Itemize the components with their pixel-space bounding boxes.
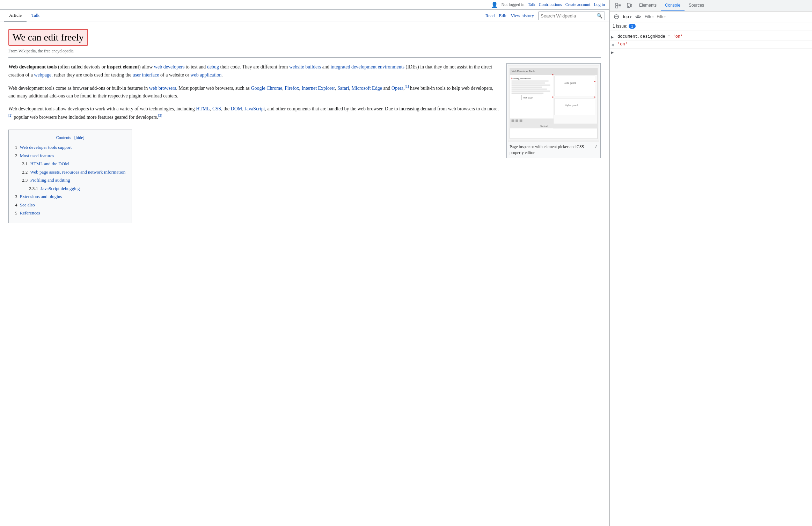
console-prompt-row[interactable]: ▶ (610, 49, 812, 56)
web-browsers-link[interactable]: web browsers (149, 86, 176, 91)
ref-1-link[interactable]: [1] (405, 85, 409, 88)
svg-text:Web-page: Web-page (523, 96, 533, 99)
read-link[interactable]: Read (485, 13, 495, 19)
webpage-link[interactable]: webpage (34, 72, 51, 78)
console-tab[interactable]: Console (661, 0, 685, 11)
svg-text:*: * (552, 96, 554, 100)
article-text: Web development tools (often called devt… (8, 63, 499, 223)
page-title-box: We can edit freely (8, 29, 88, 46)
article-tab[interactable]: Article (4, 10, 27, 22)
firefox-link[interactable]: Firefox (285, 86, 299, 91)
svg-text:Viewing Documents: Viewing Documents (512, 77, 531, 80)
contents-link-5[interactable]: References (20, 210, 40, 215)
edge-link[interactable]: Microsoft Edge (351, 86, 382, 91)
eye-icon[interactable] (634, 13, 642, 21)
return-arrow-icon: ◀ (611, 42, 616, 47)
image-caption: ⤢ Page inspector with element picker and… (508, 142, 599, 156)
page-title: We can edit freely (13, 31, 84, 44)
contents-item-2: 2 Most used features (15, 152, 125, 159)
web-developers-link[interactable]: web developers (154, 64, 184, 70)
search-input[interactable] (541, 13, 597, 19)
console-output-row[interactable]: ◀ 'on' (610, 41, 812, 49)
web-app-link[interactable]: web application (190, 72, 221, 78)
ie-link[interactable]: Internet Explorer (302, 86, 335, 91)
paragraph-3: Web development tools allow developers t… (8, 105, 499, 121)
safari-link[interactable]: Safari (337, 86, 349, 91)
no-entry-icon[interactable] (613, 13, 620, 21)
contents-title: Contents [hide] (15, 135, 125, 140)
svg-text:Web Developer Tools: Web Developer Tools (512, 70, 535, 73)
js-link[interactable]: JavaScript (244, 106, 265, 111)
svg-rect-7 (512, 83, 545, 84)
wiki-content: We can edit freely From Wikipedia, the f… (0, 22, 609, 526)
create-account-link[interactable]: Create account (565, 2, 591, 7)
contents-item-22: 2.2 Web page assets, resources and netwo… (22, 169, 125, 176)
log-in-link[interactable]: Log in (594, 2, 605, 7)
filter-input[interactable] (657, 14, 809, 19)
contents-item-231: 2.3.1 JavaScript debugging (29, 185, 125, 192)
contents-item-23: 2.3 Profiling and auditing (22, 177, 125, 184)
svg-rect-37 (630, 5, 632, 7)
top-selector[interactable]: top ▾ (623, 14, 631, 19)
user-icon: 👤 (491, 1, 498, 8)
svg-rect-11 (512, 91, 550, 92)
contents-link-1[interactable]: Web developer tools support (20, 145, 72, 150)
ref-3-link[interactable]: [3] (158, 114, 162, 117)
contributions-link[interactable]: Contributions (539, 2, 562, 7)
talk-tab[interactable]: Talk (27, 10, 44, 22)
svg-rect-6 (512, 81, 549, 82)
paragraph-1: Web development tools (often called devt… (8, 63, 499, 79)
console-expand-row[interactable]: ▶ document.designMode = 'on' (610, 33, 812, 41)
svg-text:Code panel: Code panel (564, 82, 576, 85)
css-link[interactable]: CSS (212, 106, 221, 111)
search-icon[interactable]: 🔍 (597, 13, 602, 19)
nav-actions: Read Edit View history 🔍 (485, 10, 605, 22)
ref-2-link[interactable]: [2] (8, 114, 13, 117)
website-builders-link[interactable]: website builders (289, 64, 321, 70)
top-bar: 👤 Not logged in Talk Contributions Creat… (0, 0, 609, 10)
elements-tab[interactable]: Elements (635, 0, 661, 11)
chevron-down-icon: ▾ (630, 15, 631, 19)
expand-icon[interactable]: ⤢ (594, 144, 598, 149)
dom-link[interactable]: DOM (231, 106, 242, 111)
svg-rect-17 (515, 120, 518, 123)
console-code-1: document.designMode = 'on' (617, 34, 809, 39)
contents-link-231[interactable]: JavaScript debugging (41, 186, 80, 191)
contents-link-2[interactable]: Most used features (20, 153, 54, 158)
devtools-toolbar: top ▾ Filter (610, 12, 812, 22)
edit-link[interactable]: Edit (499, 13, 507, 19)
svg-text:*: * (594, 80, 596, 84)
contents-link-22[interactable]: Web page assets, resources and network i… (30, 169, 125, 175)
talk-link[interactable]: Talk (528, 2, 535, 7)
chrome-link[interactable]: Google Chrome (251, 86, 282, 91)
ide-link[interactable]: integrated development environments (331, 64, 405, 70)
ui-link[interactable]: user interface (133, 72, 159, 78)
contents-link-4[interactable]: See also (20, 202, 35, 207)
devtools-console: ▶ document.designMode = 'on' ◀ 'on' ▶ (610, 30, 812, 526)
contents-item-1: 1 Web developer tools support (15, 144, 125, 151)
svg-text:Styles panel: Styles panel (565, 104, 578, 107)
filter-label: Filter (645, 14, 654, 19)
svg-text:*: * (594, 96, 596, 100)
contents-link-21[interactable]: HTML and the DOM (30, 161, 69, 166)
devtools-panel: Elements Console Sources top ▾ Filter 1 … (609, 0, 812, 526)
opera-link[interactable]: Opera (392, 86, 403, 91)
contents-hide-link[interactable]: [hide] (74, 135, 85, 140)
search-box: 🔍 (538, 12, 605, 20)
wikipedia-panel: 👤 Not logged in Talk Contributions Creat… (0, 0, 609, 526)
contents-link-23[interactable]: Profiling and auditing (30, 177, 70, 183)
inspect-element-icon[interactable] (613, 1, 624, 10)
contents-box: Contents [hide] 1 Web developer tools su… (8, 130, 132, 223)
console-output-1: 'on' (617, 42, 809, 47)
device-toolbar-icon[interactable] (624, 1, 635, 10)
not-logged-in-label: Not logged in (502, 2, 525, 7)
debug-link[interactable]: debug (207, 64, 219, 70)
contents-link-3[interactable]: Extensions and plugins (20, 194, 62, 199)
svg-point-41 (637, 16, 639, 18)
issue-badge[interactable]: 1 (629, 24, 636, 29)
svg-rect-20 (555, 76, 595, 96)
sources-tab[interactable]: Sources (685, 0, 708, 11)
view-history-link[interactable]: View history (511, 13, 534, 19)
html-link[interactable]: HTML (196, 106, 210, 111)
article-image-box: Web Developer Tools Viewing Documents (506, 63, 601, 158)
